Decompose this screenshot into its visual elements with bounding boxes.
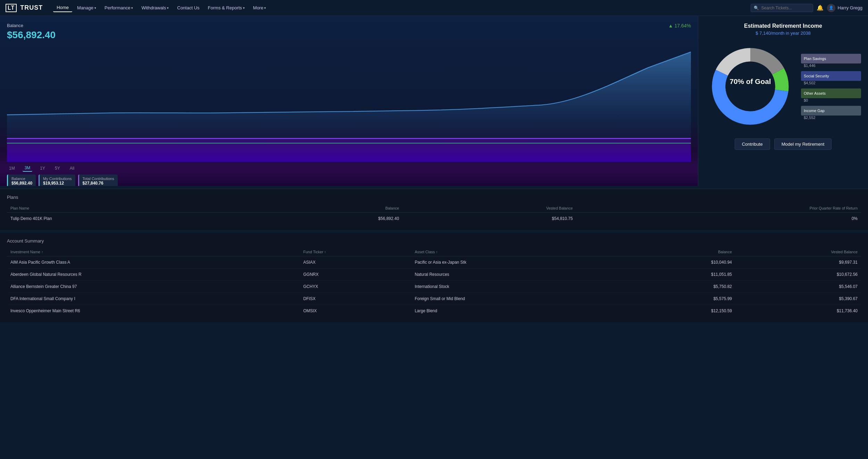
fund-ticker: GGNRX (300, 269, 411, 281)
fund-ticker: GCHYX (300, 281, 411, 293)
period-3m[interactable]: 3M (23, 165, 33, 172)
legend-plan-savings: Plan Savings $1,446 (801, 53, 861, 68)
donut-chart: 70% of Goal (705, 41, 795, 131)
asset-class: Pacific or Asia ex-Japan Stk (411, 256, 631, 269)
fund-ticker: ASIAX (300, 256, 411, 269)
contribute-button[interactable]: Contribute (735, 138, 770, 150)
nav-links: Home Manage ▾ Performance ▾ Withdrawals … (53, 3, 747, 12)
plan-rate: 0% (576, 213, 861, 225)
nav-manage[interactable]: Manage ▾ (74, 4, 100, 12)
legend-social-security: Social Security $4,502 (801, 70, 861, 85)
col-balance: Balance (631, 248, 735, 256)
retirement-title: Estimated Retirement Income (744, 23, 822, 29)
avatar: 👤 (827, 4, 835, 12)
legend-balance: Balance $56,892.40 (7, 175, 36, 186)
vested-balance: $11,736.40 (735, 305, 861, 317)
investment-name: Invesco Oppenheimer Main Street R6 (7, 305, 300, 317)
period-all[interactable]: All (68, 165, 76, 171)
logo-lt: LT (6, 4, 17, 12)
model-retirement-button[interactable]: Model my Retirement (774, 138, 832, 150)
col-fund-ticker: Fund Ticker ↑ (300, 248, 411, 256)
vested-balance: $10,672.56 (735, 269, 861, 281)
nav-user[interactable]: 👤 Harry Gregg (827, 4, 862, 12)
retirement-buttons: Contribute Model my Retirement (735, 138, 832, 150)
legend-mycontrib: My Contributions $19,953.12 (39, 175, 75, 186)
plan-vested: $54,810.75 (402, 213, 576, 225)
asset-class: Natural Resources (411, 269, 631, 281)
nav-contact[interactable]: Contact Us (174, 4, 203, 12)
chart-controls: 1M 3M 1Y 5Y All (7, 162, 691, 172)
balance-chart (7, 44, 691, 162)
asset-class: Foreign Small or Mid Blend (411, 293, 631, 305)
col-balance: Balance (258, 204, 402, 213)
balance: $12,150.59 (631, 305, 735, 317)
plans-section: Plans Plan Name Balance Vested Balance P… (0, 189, 868, 230)
main-grid: Balance $56,892.40 ▲ 17.64% (0, 16, 868, 186)
fund-ticker: OMSIX (300, 305, 411, 317)
table-row: Alliance Bernstein Greater China 97 GCHY… (7, 281, 861, 293)
period-5y[interactable]: 5Y (53, 165, 62, 171)
svg-text:70% of Goal: 70% of Goal (729, 78, 771, 86)
plan-name: Tulip Demo 401K Plan (7, 213, 258, 225)
vested-balance: $5,390.67 (735, 293, 861, 305)
retirement-panel: Estimated Retirement Income $ 7,140/mont… (698, 16, 868, 186)
balance: $10,040.94 (631, 256, 735, 269)
asset-class: Large Blend (411, 305, 631, 317)
bell-icon[interactable]: 🔔 (817, 5, 824, 11)
svg-rect-0 (7, 138, 691, 162)
sort-icon: ↑ (41, 250, 43, 254)
col-plan-name: Plan Name (7, 204, 258, 213)
account-summary-title: Account Summary (7, 238, 861, 244)
balance-panel: Balance $56,892.40 ▲ 17.64% (0, 16, 698, 186)
col-investment-name: Investment Name ↑ (7, 248, 300, 256)
vested-balance: $9,697.31 (735, 256, 861, 269)
logo-text: TRUST (20, 4, 43, 11)
user-name: Harry Gregg (837, 5, 862, 10)
search-box[interactable]: 🔍 (751, 4, 813, 12)
svg-point-7 (726, 62, 775, 111)
sort-icon: ↑ (436, 250, 438, 254)
legend-panel: Plan Savings $1,446 Social Security $4,5… (801, 53, 861, 120)
account-summary-table: Investment Name ↑ Fund Ticker ↑ Asset Cl… (7, 248, 861, 317)
period-1m[interactable]: 1M (7, 165, 17, 171)
investment-name: Aberdeen Global Natural Resources R (7, 269, 300, 281)
logo: LT TRUST (6, 4, 43, 12)
col-vested-balance: Vested Balance (402, 204, 576, 213)
balance: $5,575.99 (631, 293, 735, 305)
balance: $11,051.85 (631, 269, 735, 281)
table-row: Invesco Oppenheimer Main Street R6 OMSIX… (7, 305, 861, 317)
search-input[interactable] (761, 6, 810, 10)
search-icon: 🔍 (754, 6, 759, 10)
plans-table: Plan Name Balance Vested Balance Prior Q… (7, 204, 861, 224)
col-vested: Vested Balance (735, 248, 861, 256)
investment-name: AIM Asia Pacific Growth Class A (7, 256, 300, 269)
plan-balance: $56,892.40 (258, 213, 402, 225)
retirement-subtitle: $ 7,140/month in year 2038 (756, 31, 810, 36)
nav-more[interactable]: More ▾ (250, 4, 270, 12)
investment-name: DFA International Small Company I (7, 293, 300, 305)
table-row: AIM Asia Pacific Growth Class A ASIAX Pa… (7, 256, 861, 269)
chart-legend: Balance $56,892.40 My Contributions $19,… (7, 172, 691, 186)
legend-other-assets: Other Assets $0 (801, 88, 861, 102)
balance-amount: $56,892.40 (7, 29, 691, 41)
nav-withdrawals[interactable]: Withdrawals ▾ (138, 4, 172, 12)
retirement-content: 70% of Goal Plan Savings $1,446 Social S… (705, 41, 861, 131)
balance: $5,750.82 (631, 281, 735, 293)
nav-forms[interactable]: Forms & Reports ▾ (205, 4, 248, 12)
account-summary-section: Account Summary Investment Name ↑ Fund T… (0, 233, 868, 322)
investment-name: Alliance Bernstein Greater China 97 (7, 281, 300, 293)
col-asset-class: Asset Class ↑ (411, 248, 631, 256)
legend-income-gap: Income Gap $2,552 (801, 105, 861, 120)
fund-ticker: DFISX (300, 293, 411, 305)
balance-change: ▲ 17.64% (668, 23, 691, 28)
nav-home[interactable]: Home (53, 3, 72, 12)
table-row: Aberdeen Global Natural Resources R GGNR… (7, 269, 861, 281)
period-1y[interactable]: 1Y (38, 165, 47, 171)
balance-label: Balance (7, 23, 691, 28)
navbar: LT TRUST Home Manage ▾ Performance ▾ Wit… (0, 0, 868, 16)
vested-balance: $5,546.07 (735, 281, 861, 293)
nav-performance[interactable]: Performance ▾ (101, 4, 136, 12)
legend-totalcontrib: Total Contributions $27,840.76 (78, 175, 118, 186)
table-row: DFA International Small Company I DFISX … (7, 293, 861, 305)
sort-icon: ↑ (324, 250, 326, 254)
